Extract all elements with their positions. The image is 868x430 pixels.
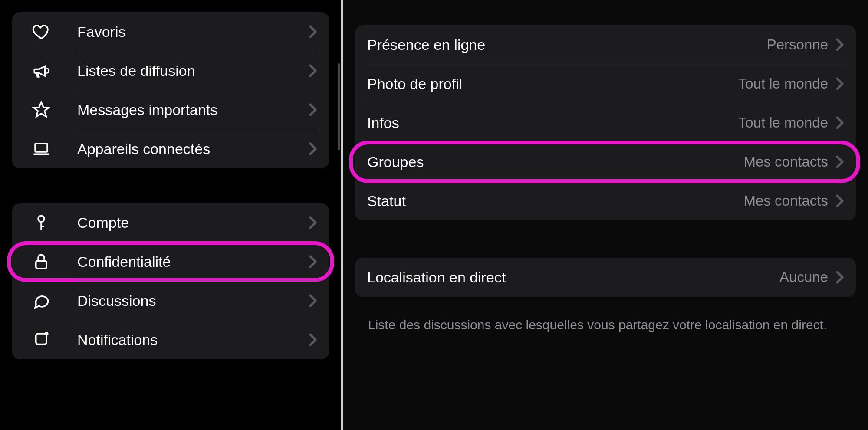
chevron-right-icon	[309, 294, 317, 307]
row-label: Localisation en direct	[367, 269, 779, 286]
settings-section-shortcuts: Favoris Listes de diffusion Messages imp…	[12, 12, 329, 168]
row-messages-importants[interactable]: Messages importants	[12, 90, 329, 129]
chevron-right-icon	[836, 38, 844, 51]
scrollbar[interactable]	[338, 63, 340, 150]
svg-point-8	[45, 332, 49, 336]
row-presence-en-ligne[interactable]: Présence en ligne Personne	[355, 25, 856, 64]
row-discussions[interactable]: Discussions	[12, 281, 329, 320]
chat-icon	[24, 292, 77, 310]
svg-rect-6	[36, 261, 47, 269]
row-value: Aucune	[779, 269, 828, 286]
row-label: Statut	[367, 193, 744, 210]
row-groupes[interactable]: Groupes Mes contacts	[355, 142, 856, 181]
row-value: Tout le monde	[738, 115, 828, 131]
chevron-right-icon	[309, 216, 317, 229]
row-value: Tout le monde	[738, 75, 828, 92]
chevron-right-icon	[836, 77, 844, 90]
privacy-section-location: Localisation en direct Aucune	[355, 258, 856, 297]
row-label: Notifications	[77, 332, 309, 348]
row-label: Favoris	[77, 23, 309, 40]
chevron-right-icon	[309, 333, 317, 346]
chevron-right-icon	[309, 103, 317, 116]
chevron-right-icon	[836, 194, 844, 207]
row-label: Photo de profil	[367, 75, 738, 92]
row-label: Présence en ligne	[367, 36, 767, 53]
chevron-right-icon	[309, 142, 317, 155]
chevron-right-icon	[836, 155, 844, 168]
row-confidentialite[interactable]: Confidentialité	[12, 242, 329, 281]
row-appareils-connectes[interactable]: Appareils connectés	[12, 129, 329, 168]
chevron-right-icon	[836, 271, 844, 284]
row-compte[interactable]: Compte	[12, 203, 329, 242]
row-notifications[interactable]: Notifications	[12, 320, 329, 359]
svg-marker-0	[34, 102, 49, 117]
row-infos[interactable]: Infos Tout le monde	[355, 103, 856, 142]
heart-icon	[24, 23, 77, 41]
row-listes-diffusion[interactable]: Listes de diffusion	[12, 51, 329, 90]
row-localisation-en-direct[interactable]: Localisation en direct Aucune	[355, 258, 856, 297]
svg-rect-1	[35, 144, 47, 152]
row-photo-de-profil[interactable]: Photo de profil Tout le monde	[355, 64, 856, 103]
section-footer-text: Liste des discussions avec lesquelles vo…	[355, 306, 856, 334]
star-icon	[24, 101, 77, 119]
chevron-right-icon	[309, 64, 317, 77]
laptop-icon	[24, 140, 77, 158]
row-statut[interactable]: Statut Mes contacts	[355, 181, 856, 220]
row-favoris[interactable]: Favoris	[12, 12, 329, 51]
svg-rect-7	[36, 334, 47, 345]
chevron-right-icon	[309, 25, 317, 38]
megaphone-icon	[24, 62, 77, 80]
privacy-right-panel: Présence en ligne Personne Photo de prof…	[343, 0, 868, 430]
lock-icon	[24, 253, 77, 271]
chevron-right-icon	[309, 255, 317, 268]
chevron-right-icon	[836, 116, 844, 129]
row-label: Messages importants	[77, 102, 309, 118]
settings-section-account: Compte Confidentialité Discussions Notif…	[12, 203, 329, 359]
row-label: Compte	[77, 214, 309, 231]
row-label: Groupes	[367, 154, 744, 171]
privacy-section-visibility: Présence en ligne Personne Photo de prof…	[355, 25, 856, 220]
notification-icon	[24, 331, 77, 349]
svg-point-3	[38, 216, 44, 222]
row-value: Mes contacts	[744, 193, 828, 209]
row-label: Listes de diffusion	[77, 62, 309, 79]
row-label: Confidentialité	[77, 253, 309, 270]
key-icon	[24, 213, 77, 232]
settings-left-panel: Favoris Listes de diffusion Messages imp…	[0, 0, 341, 430]
row-value: Mes contacts	[744, 154, 828, 170]
row-label: Appareils connectés	[77, 141, 309, 158]
row-label: Infos	[367, 115, 738, 131]
row-value: Personne	[767, 36, 828, 53]
row-label: Discussions	[77, 292, 309, 309]
